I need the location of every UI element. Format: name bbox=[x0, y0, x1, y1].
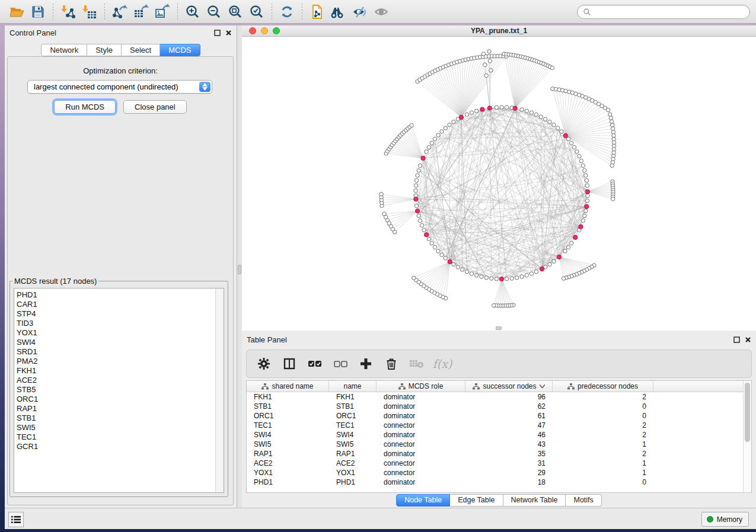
network-node[interactable] bbox=[444, 257, 447, 260]
network-node[interactable] bbox=[488, 59, 492, 63]
zoom-fit-button[interactable] bbox=[225, 2, 246, 21]
network-node[interactable] bbox=[610, 123, 614, 127]
column-header-successor-nodes[interactable]: successor nodes bbox=[465, 381, 553, 392]
network-node[interactable] bbox=[529, 272, 533, 275]
zoom-in-button[interactable] bbox=[182, 2, 203, 21]
close-panel-icon[interactable] bbox=[745, 336, 751, 343]
zoom-selected-button[interactable] bbox=[246, 2, 267, 21]
column-header-predecessor-nodes[interactable]: predecessor nodes bbox=[553, 381, 653, 392]
network-node[interactable] bbox=[492, 303, 496, 307]
tab-network[interactable]: Network bbox=[41, 44, 87, 56]
network-node[interactable] bbox=[418, 164, 422, 167]
network-node[interactable] bbox=[470, 111, 473, 114]
network-node[interactable] bbox=[489, 69, 493, 72]
mcds-hub-node[interactable] bbox=[563, 133, 567, 137]
network-node[interactable] bbox=[609, 116, 613, 120]
network-node[interactable] bbox=[452, 262, 455, 266]
network-node[interactable] bbox=[611, 197, 615, 201]
network-node[interactable] bbox=[529, 111, 533, 114]
table-row[interactable]: PHD1PHD1dominator180 bbox=[247, 477, 751, 487]
network-node[interactable] bbox=[586, 194, 589, 197]
mcds-result-item[interactable]: SWI4 bbox=[17, 338, 214, 347]
network-document-button[interactable] bbox=[307, 2, 328, 21]
network-node[interactable] bbox=[480, 275, 483, 278]
network-node[interactable] bbox=[416, 174, 419, 177]
network-node[interactable] bbox=[562, 277, 565, 280]
table-row[interactable]: SWI4SWI4dominator462 bbox=[247, 430, 751, 440]
float-panel-icon[interactable] bbox=[733, 336, 740, 343]
network-node[interactable] bbox=[436, 249, 440, 253]
column-header-empty[interactable] bbox=[653, 381, 748, 392]
import-network-button[interactable] bbox=[58, 2, 79, 21]
select-all-button[interactable] bbox=[307, 356, 323, 371]
network-node[interactable] bbox=[611, 127, 614, 130]
network-node[interactable] bbox=[572, 145, 576, 149]
network-node[interactable] bbox=[566, 137, 570, 140]
hide-selected-button[interactable] bbox=[349, 2, 371, 21]
table-scrollbar[interactable] bbox=[743, 381, 751, 492]
network-node[interactable] bbox=[544, 117, 547, 121]
tab-network-table[interactable]: Network Table bbox=[503, 494, 566, 507]
column-header-mcds-role[interactable]: MCDS role bbox=[377, 381, 465, 392]
network-node[interactable] bbox=[584, 174, 588, 177]
network-node[interactable] bbox=[500, 105, 503, 109]
refresh-button[interactable] bbox=[276, 2, 298, 21]
deselect-all-button[interactable] bbox=[333, 356, 348, 371]
mcds-list-scrollbar[interactable] bbox=[215, 289, 224, 492]
close-panel-button[interactable]: Close panel bbox=[123, 100, 187, 114]
mcds-hub-node[interactable] bbox=[499, 277, 503, 281]
network-node[interactable] bbox=[474, 109, 478, 113]
float-panel-icon[interactable] bbox=[214, 30, 221, 36]
network-node[interactable] bbox=[490, 277, 493, 280]
column-header-name[interactable]: name bbox=[329, 381, 377, 392]
mcds-result-item[interactable]: GCR1 bbox=[17, 442, 214, 451]
function-builder-button[interactable]: f(x) bbox=[435, 356, 450, 371]
network-node[interactable] bbox=[483, 63, 487, 66]
network-node[interactable] bbox=[539, 115, 543, 118]
tab-edge-table[interactable]: Edge Table bbox=[450, 494, 503, 507]
network-node[interactable] bbox=[461, 268, 464, 271]
delete-button[interactable] bbox=[384, 356, 399, 371]
network-node[interactable] bbox=[452, 120, 455, 124]
mcds-result-item[interactable]: STB5 bbox=[17, 385, 214, 395]
table-row[interactable]: ORC1ORC1dominator610 bbox=[247, 411, 751, 421]
network-node[interactable] bbox=[606, 108, 610, 111]
export-image-button[interactable] bbox=[152, 2, 173, 21]
column-layout-button[interactable] bbox=[282, 356, 297, 371]
column-header-shared-name[interactable]: shared name bbox=[247, 381, 329, 392]
network-node[interactable] bbox=[552, 123, 556, 127]
table-row[interactable]: TEC1TEC1connector472 bbox=[247, 421, 751, 430]
zoom-out-button[interactable] bbox=[203, 2, 225, 21]
mcds-hub-node[interactable] bbox=[415, 209, 419, 213]
export-table-button[interactable] bbox=[130, 2, 152, 21]
mcds-result-item[interactable]: SRD1 bbox=[17, 347, 214, 357]
table-row[interactable]: STB1STB1dominator620 bbox=[247, 402, 751, 411]
network-node[interactable] bbox=[584, 209, 588, 213]
splitter-grip[interactable] bbox=[238, 265, 241, 274]
network-node[interactable] bbox=[575, 150, 579, 153]
network-node[interactable] bbox=[611, 130, 615, 134]
network-node[interactable] bbox=[560, 130, 563, 133]
network-node[interactable] bbox=[427, 145, 430, 149]
network-node[interactable] bbox=[505, 105, 508, 109]
network-graph[interactable] bbox=[242, 37, 756, 331]
save-session-button[interactable] bbox=[27, 2, 49, 21]
network-node[interactable] bbox=[430, 241, 433, 245]
tab-motifs[interactable]: Motifs bbox=[566, 494, 601, 507]
network-node[interactable] bbox=[412, 276, 416, 280]
network-node[interactable] bbox=[566, 245, 570, 249]
tab-node-table[interactable]: Node Table bbox=[396, 494, 450, 507]
network-node[interactable] bbox=[556, 126, 559, 130]
run-mcds-button[interactable]: Run MCDS bbox=[54, 100, 116, 114]
network-node[interactable] bbox=[379, 193, 383, 196]
network-node[interactable] bbox=[510, 277, 513, 280]
mcds-hub-node[interactable] bbox=[487, 106, 492, 110]
mcds-result-item[interactable]: TID3 bbox=[17, 319, 214, 328]
network-node[interactable] bbox=[448, 123, 451, 127]
mcds-result-item[interactable]: SWI5 bbox=[17, 423, 214, 432]
import-table-button[interactable] bbox=[79, 2, 100, 21]
network-node[interactable] bbox=[440, 130, 444, 133]
network-node[interactable] bbox=[520, 108, 524, 111]
network-node[interactable] bbox=[581, 219, 585, 222]
network-node[interactable] bbox=[581, 164, 585, 167]
